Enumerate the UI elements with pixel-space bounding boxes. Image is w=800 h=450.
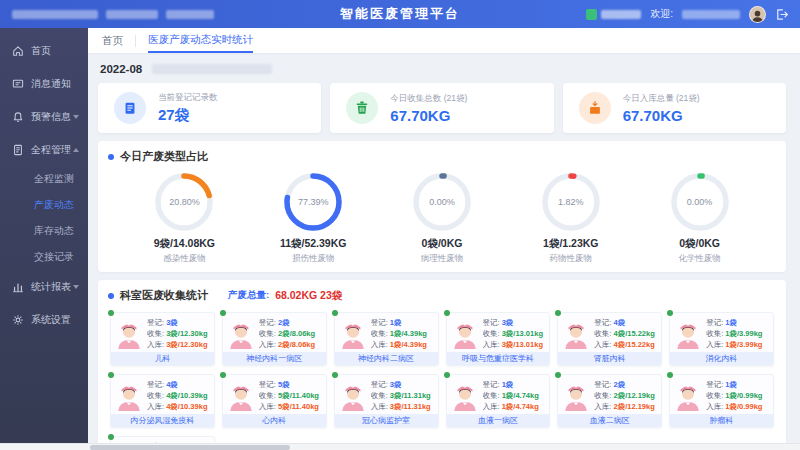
status-dot bbox=[332, 372, 338, 378]
stat-cards-row: 当前登记记录数 27袋 今日收集总数 (21袋) 67.70KG 今日入库总 bbox=[98, 83, 786, 133]
nurse-avatar-icon bbox=[451, 319, 479, 349]
department-name: 儿科 bbox=[111, 352, 214, 365]
status-dot bbox=[108, 310, 114, 316]
register-value: 1袋 bbox=[390, 318, 402, 327]
collect-value: 5袋/11.40kg bbox=[278, 391, 319, 400]
section-title: 科室医废收集统计 bbox=[120, 288, 208, 303]
sidebar-item-home[interactable]: 首页 bbox=[0, 34, 88, 67]
datacenter-badge[interactable] bbox=[586, 9, 641, 20]
waste-type-panel: 今日产废类型占比 20.80%9袋/14.08KG感染性废物77.39%11袋/… bbox=[98, 141, 786, 272]
sidebar-item-process-management[interactable]: 全程管理 bbox=[0, 133, 88, 166]
donut-value: 0袋/0KG bbox=[679, 237, 720, 251]
stat-card-registered: 当前登记记录数 27袋 bbox=[98, 83, 321, 133]
sidebar-item-inventory-dynamics[interactable]: 库存动态 bbox=[0, 218, 88, 244]
stat-card-stored: 今日入库总量 (21袋) 67.70KG bbox=[563, 83, 786, 133]
tab-home[interactable]: 首页 bbox=[102, 34, 123, 48]
donut-percent: 0.00% bbox=[411, 171, 473, 233]
department-name: 心内科 bbox=[223, 414, 326, 427]
nurse-avatar-icon bbox=[674, 319, 702, 349]
nurse-avatar-icon bbox=[339, 319, 367, 349]
nurse-avatar-icon bbox=[227, 319, 255, 349]
collect-value: 1袋/3.99kg bbox=[725, 329, 762, 338]
alert-icon bbox=[12, 111, 24, 123]
storage-value: 3袋/12.30kg bbox=[166, 340, 207, 349]
register-value: 1袋 bbox=[725, 318, 737, 327]
section-bullet bbox=[108, 293, 114, 299]
donut-chart-row: 20.80%9袋/14.08KG感染性废物77.39%11袋/52.39KG损伤… bbox=[108, 164, 776, 266]
section-title: 今日产废类型占比 bbox=[120, 149, 208, 164]
donut-label: 化学性废物 bbox=[678, 253, 721, 265]
redacted-filter-text bbox=[152, 64, 272, 74]
department-name: 血液一病区 bbox=[447, 414, 550, 427]
sidebar-item-settings[interactable]: 系统设置 bbox=[0, 303, 88, 336]
top-header-bar: 智能医废管理平台 欢迎: bbox=[0, 0, 800, 28]
month-filter[interactable]: 2022-08 bbox=[100, 63, 142, 75]
nurse-avatar-icon bbox=[674, 381, 702, 411]
collect-icon bbox=[346, 92, 378, 124]
home-icon bbox=[12, 45, 24, 57]
department-name: 神经内科二病区 bbox=[335, 352, 438, 365]
register-value: 1袋 bbox=[502, 380, 514, 389]
department-card: 登记: 4袋收集: 4袋/15.22kg入库: 4袋/15.22kg肾脏内科 bbox=[557, 312, 662, 366]
stat-card-collected: 今日收集总数 (21袋) 67.70KG bbox=[330, 83, 553, 133]
department-card: 登记: 2袋收集: 2袋/8.06kg入库: 2袋/8.06kg神经内科一病区 bbox=[222, 312, 327, 366]
logout-icon[interactable] bbox=[775, 8, 788, 21]
department-name: 肾脏内科 bbox=[558, 352, 661, 365]
department-name: 神经内科一病区 bbox=[223, 352, 326, 365]
department-card: 登记: 1袋收集: 1袋/3.99kg入库: 1袋/3.99kg消化内科 bbox=[669, 312, 774, 366]
nurse-avatar-icon bbox=[451, 381, 479, 411]
redacted-badge-text bbox=[601, 10, 641, 19]
department-name: 血液二病区 bbox=[558, 414, 661, 427]
nurse-avatar-icon bbox=[339, 381, 367, 411]
department-stats-panel: 科室医废收集统计 产废总量: 68.02KG 23袋 登记: 3袋收集: 3袋/… bbox=[98, 280, 786, 450]
donut-percent: 1.82% bbox=[540, 171, 602, 233]
department-card: 登记: 3袋收集: 3袋/13.01kg入库: 3袋/13.01kg呼吸与危重症… bbox=[446, 312, 551, 366]
tab-bar: 首页 医废产废动态实时统计 bbox=[88, 28, 800, 53]
department-name: 肿瘤科 bbox=[670, 414, 773, 427]
sidebar-item-alerts[interactable]: 预警信息 bbox=[0, 100, 88, 133]
department-card: 登记: 1袋收集: 1袋/0.99kg入库: 1袋/0.99kg肿瘤科 bbox=[669, 374, 774, 428]
status-dot bbox=[108, 434, 114, 440]
register-value: 4袋 bbox=[166, 380, 178, 389]
register-value: 2袋 bbox=[278, 318, 290, 327]
department-card: 登记: 3袋收集: 3袋/11.31kg入库: 3袋/11.31kg冠心病监护室 bbox=[334, 374, 439, 428]
tab-waste-realtime-stats[interactable]: 医废产废动态实时统计 bbox=[148, 28, 253, 53]
storage-value: 5袋/11.40kg bbox=[278, 402, 319, 411]
department-name: 消化内科 bbox=[670, 352, 773, 365]
stat-value: 67.70KG bbox=[623, 107, 700, 124]
divider bbox=[135, 35, 136, 47]
department-name: 呼吸与危重症医学科 bbox=[447, 352, 550, 365]
sidebar-item-reports[interactable]: 统计报表 bbox=[0, 270, 88, 303]
sidebar-item-handover-records[interactable]: 交接记录 bbox=[0, 244, 88, 270]
donut-value: 0袋/0KG bbox=[422, 237, 463, 251]
collect-value: 1袋/0.99kg bbox=[725, 391, 762, 400]
status-dot bbox=[332, 310, 338, 316]
department-name: 内分泌风湿免疫科 bbox=[111, 414, 214, 427]
chevron-down-icon bbox=[73, 285, 79, 289]
sidebar-item-process-monitor[interactable]: 全程监测 bbox=[0, 166, 88, 192]
datacenter-icon bbox=[586, 9, 597, 20]
avatar[interactable] bbox=[749, 6, 766, 23]
collect-value: 4袋/10.39kg bbox=[166, 391, 207, 400]
storage-icon bbox=[579, 92, 611, 124]
gear-icon bbox=[12, 314, 24, 326]
donut-label: 感染性废物 bbox=[163, 253, 206, 265]
sidebar-item-waste-dynamics[interactable]: 产废动态 bbox=[0, 192, 88, 218]
donut-percent: 20.80% bbox=[153, 171, 215, 233]
redacted-text bbox=[166, 10, 214, 19]
stat-label: 今日收集总数 (21袋) bbox=[390, 93, 467, 105]
register-value: 2袋 bbox=[614, 380, 626, 389]
status-dot bbox=[108, 372, 114, 378]
scrollbar-thumb[interactable] bbox=[90, 445, 290, 450]
collect-value: 2袋/8.06kg bbox=[278, 329, 315, 338]
nurse-avatar-icon bbox=[227, 381, 255, 411]
register-value: 5袋 bbox=[278, 380, 290, 389]
sidebar-nav: 首页 消息通知 预警信息 全程管理 全程监测 产废动态 库存动态 交接记录 统计… bbox=[0, 28, 88, 450]
collect-value: 4袋/15.22kg bbox=[614, 329, 655, 338]
collect-value: 3袋/13.01kg bbox=[502, 329, 543, 338]
register-value: 3袋 bbox=[166, 318, 178, 327]
horizontal-scrollbar[interactable] bbox=[0, 443, 800, 450]
sidebar-item-notifications[interactable]: 消息通知 bbox=[0, 67, 88, 100]
status-dot bbox=[220, 372, 226, 378]
section-bullet bbox=[108, 154, 114, 160]
